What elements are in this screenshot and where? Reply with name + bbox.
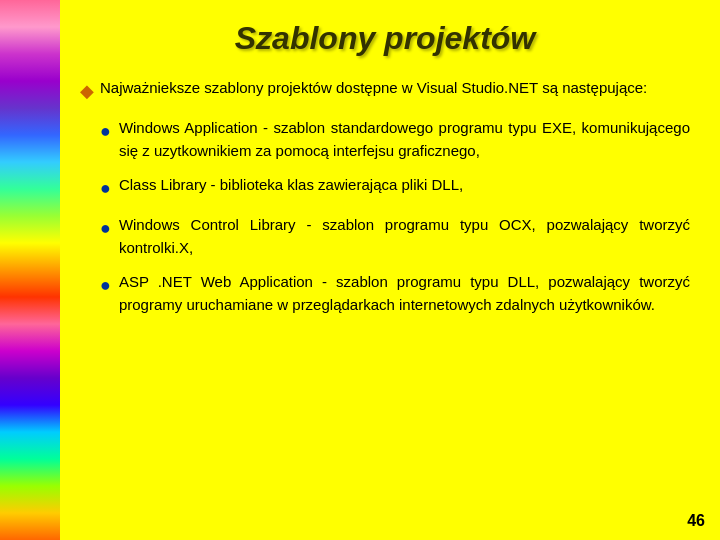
intro-text: Najważnieksze szablony projektów dostępn… (100, 77, 647, 100)
bullet-dot-icon: ● (100, 272, 111, 299)
list-item: ● ASP .NET Web Application - szablon pro… (100, 271, 690, 316)
bullet-dot-icon: ● (100, 215, 111, 242)
item-text: Windows Control Library - szablon progra… (119, 214, 690, 259)
list-item: ● Windows Application - szablon standard… (100, 117, 690, 162)
page-number: 46 (687, 512, 705, 530)
item-text: Windows Application - szablon standardow… (119, 117, 690, 162)
bullet-dot-icon: ● (100, 175, 111, 202)
main-content: Szablony projektów ◆ Najważnieksze szabl… (60, 0, 720, 540)
sub-bullets-list: ● Windows Application - szablon standard… (100, 117, 690, 316)
list-item: ● Windows Control Library - szablon prog… (100, 214, 690, 259)
bullet-dot-icon: ● (100, 118, 111, 145)
item-text: Class Library - biblioteka klas zawieraj… (119, 174, 690, 197)
diamond-icon: ◆ (80, 78, 94, 105)
list-item: ● Class Library - biblioteka klas zawier… (100, 174, 690, 202)
item-text: ASP .NET Web Application - szablon progr… (119, 271, 690, 316)
left-decoration (0, 0, 60, 540)
page-title: Szablony projektów (80, 20, 690, 57)
intro-bullet: ◆ Najważnieksze szablony projektów dostę… (80, 77, 690, 105)
content-body: ◆ Najważnieksze szablony projektów dostę… (80, 77, 690, 328)
